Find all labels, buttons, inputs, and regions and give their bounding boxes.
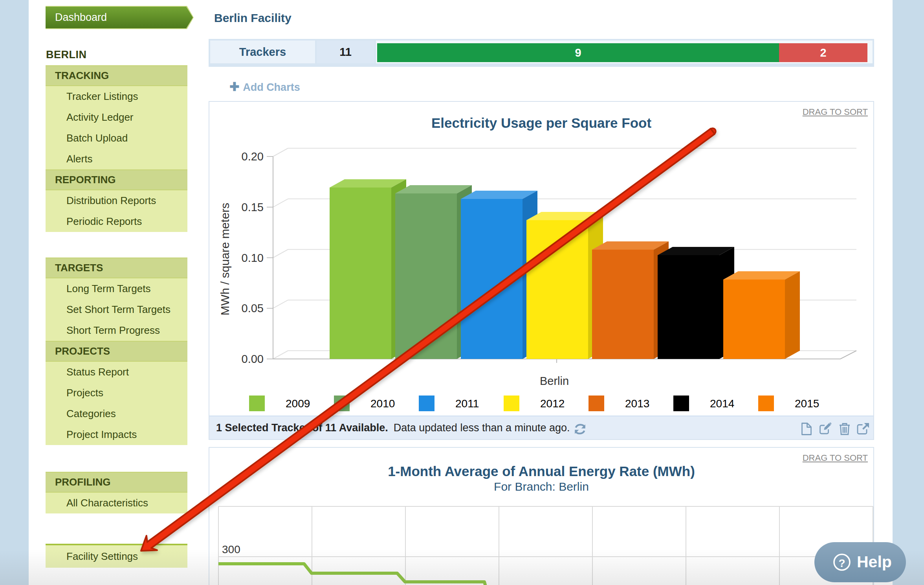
svg-text:2009: 2009 <box>286 397 310 410</box>
svg-text:MWh / square meters: MWh / square meters <box>218 203 231 316</box>
svg-text:2010: 2010 <box>370 397 395 410</box>
svg-text:2013: 2013 <box>625 397 649 410</box>
svg-text:0.00: 0.00 <box>242 353 264 365</box>
svg-text:Electricity Usage per Square F: Electricity Usage per Square Foot <box>431 115 652 131</box>
svg-text:2015: 2015 <box>795 397 819 410</box>
svg-text:Berlin: Berlin <box>540 375 569 387</box>
svg-text:0.10: 0.10 <box>242 252 264 264</box>
svg-text:2011: 2011 <box>455 397 479 410</box>
svg-text:0.05: 0.05 <box>242 302 264 315</box>
svg-text:?: ? <box>838 557 845 569</box>
svg-text:0.20: 0.20 <box>242 150 264 163</box>
svg-text:300: 300 <box>222 543 240 556</box>
svg-text:0.15: 0.15 <box>242 201 264 213</box>
svg-text:2014: 2014 <box>710 397 734 410</box>
svg-text:2012: 2012 <box>540 397 565 410</box>
